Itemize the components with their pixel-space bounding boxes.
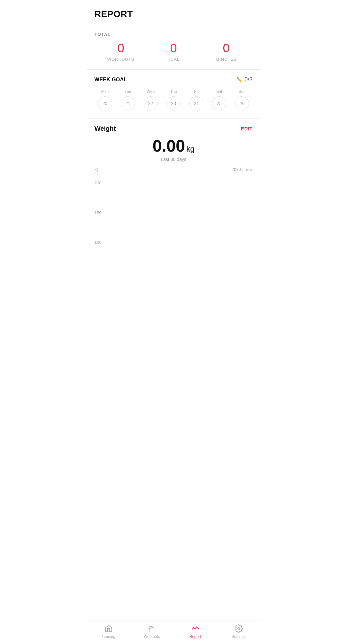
- total-section: TOTAL 0 WORKOUTS 0 KCAL 0 MINUTES: [87, 25, 260, 70]
- workouts-label: WORKOUTS: [94, 57, 147, 62]
- nav-label-report: Report: [189, 634, 201, 639]
- bottom-nav: Training Workouts Report Settings: [87, 621, 260, 644]
- day-name: Wed: [147, 89, 155, 94]
- week-goal-progress: ✏️ 0/3: [236, 76, 253, 83]
- day-circle[interactable]: 20: [98, 96, 112, 110]
- stats-row: 0 WORKOUTS 0 KCAL 0 MINUTES: [94, 42, 253, 62]
- nav-item-settings[interactable]: Settings: [217, 624, 260, 639]
- weight-value: 0.00: [153, 137, 185, 155]
- day-col[interactable]: Thu 23: [163, 89, 184, 110]
- goal-target: 3: [249, 76, 253, 83]
- weight-header: Weight EDIT: [94, 125, 253, 132]
- goal-fraction: 0/3: [245, 76, 253, 83]
- day-name: Mon: [101, 89, 109, 94]
- day-circle[interactable]: 24: [189, 96, 203, 110]
- report-icon: [191, 624, 200, 633]
- nav-item-report[interactable]: Report: [174, 624, 217, 639]
- week-goal-section: WEEK GOAL ✏️ 0/3 Mon 20 Tue 21 Wed 22 Th…: [87, 70, 260, 119]
- day-col[interactable]: Tue 21: [117, 89, 138, 110]
- day-circle[interactable]: 21: [121, 96, 135, 110]
- nav-item-training[interactable]: Training: [87, 624, 130, 639]
- day-circle[interactable]: 22: [144, 96, 158, 110]
- day-circle[interactable]: 26: [235, 96, 249, 110]
- workouts-value: 0: [94, 42, 147, 54]
- page-title: REPORT: [94, 9, 253, 19]
- weight-unit: kg: [186, 145, 194, 153]
- chart-y-150: 150: [94, 210, 102, 215]
- kcal-label: KCAL: [147, 57, 200, 62]
- stat-kcal: 0 KCAL: [147, 42, 200, 62]
- header: REPORT: [87, 0, 260, 25]
- nav-label-training: Training: [102, 634, 115, 639]
- nav-item-workouts[interactable]: Workouts: [130, 624, 174, 639]
- weight-period: Last 30 days: [94, 157, 253, 162]
- stat-minutes: 0 MINUTES: [200, 42, 253, 62]
- svg-point-0: [237, 628, 240, 630]
- kcal-value: 0: [147, 42, 200, 54]
- minutes-label: MINUTES: [200, 57, 253, 62]
- home-icon: [104, 624, 113, 633]
- stat-workouts: 0 WORKOUTS: [94, 42, 147, 62]
- weight-title: Weight: [94, 125, 116, 132]
- settings-icon: [234, 624, 243, 633]
- weight-edit-button[interactable]: EDIT: [241, 126, 253, 131]
- flag-icon: [147, 624, 156, 633]
- total-label: TOTAL: [94, 32, 253, 37]
- day-name: Sun: [239, 89, 245, 94]
- edit-pencil-icon[interactable]: ✏️: [236, 77, 243, 83]
- week-goal-title: WEEK GOAL: [94, 77, 127, 83]
- day-name: Tue: [125, 89, 131, 94]
- day-name: Sat: [216, 89, 222, 94]
- weight-chart: kg 200 150 100 אפר׳, 2020: [94, 167, 253, 245]
- day-name: Thu: [170, 89, 177, 94]
- day-col[interactable]: Fri 24: [186, 89, 207, 110]
- minutes-value: 0: [200, 42, 253, 54]
- week-goal-header: WEEK GOAL ✏️ 0/3: [94, 76, 253, 83]
- chart-y-200: 200: [94, 181, 102, 185]
- day-col[interactable]: Sat 25: [209, 89, 230, 110]
- goal-current: 0: [245, 76, 248, 83]
- day-circle[interactable]: 23: [166, 96, 181, 110]
- days-row: Mon 20 Tue 21 Wed 22 Thu 23 Fri 24 Sat 2…: [94, 89, 253, 110]
- nav-label-settings: Settings: [232, 634, 245, 639]
- chart-y-100: 100: [94, 240, 102, 245]
- day-col[interactable]: Wed 22: [140, 89, 161, 110]
- chart-y-axis-label: kg: [94, 167, 99, 172]
- day-name: Fri: [194, 89, 199, 94]
- day-circle[interactable]: 25: [212, 96, 226, 110]
- weight-value-row: 0.00kg: [94, 136, 253, 155]
- nav-label-workouts: Workouts: [144, 634, 160, 639]
- chart-date-label: אפר׳, 2020: [109, 167, 253, 172]
- day-col[interactable]: Mon 20: [94, 89, 115, 110]
- day-col[interactable]: Sun 26: [232, 89, 253, 110]
- weight-section: Weight EDIT 0.00kg Last 30 days kg 200 1…: [87, 119, 260, 250]
